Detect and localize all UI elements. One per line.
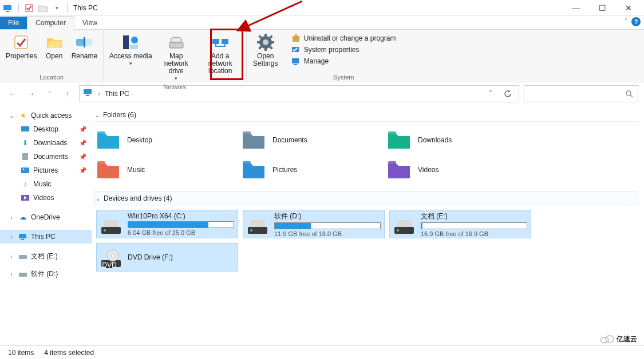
uninstall-program-button[interactable]: Uninstall or change a program bbox=[288, 33, 400, 43]
star-icon: ★ bbox=[18, 111, 27, 120]
map-drive-button[interactable]: Map network drive▾ bbox=[156, 32, 197, 83]
tab-file[interactable]: File bbox=[0, 17, 27, 29]
ribbon-group-location: Properties Open Rename Location bbox=[0, 30, 104, 82]
forward-button[interactable]: → bbox=[24, 87, 38, 101]
tab-computer[interactable]: Computer bbox=[27, 16, 74, 30]
svg-line-33 bbox=[630, 95, 633, 97]
rename-icon bbox=[75, 33, 93, 51]
qat-dropdown-icon[interactable]: ▾ bbox=[51, 2, 62, 14]
folder-tile[interactable]: Music bbox=[96, 156, 228, 184]
sidebar-videos[interactable]: Videos bbox=[0, 191, 92, 205]
this-pc-icon bbox=[83, 89, 93, 99]
watermark: 亿速云 bbox=[599, 334, 637, 344]
rename-button[interactable]: Rename bbox=[69, 32, 100, 61]
drive-label: DVD Drive (F:) bbox=[128, 253, 234, 261]
address-dropdown-icon[interactable]: ˅ bbox=[485, 90, 496, 98]
folder-tile[interactable]: Desktop bbox=[96, 126, 228, 154]
folder-icon bbox=[96, 159, 120, 181]
add-network-location-button[interactable]: Add a network location bbox=[198, 32, 243, 83]
refresh-button[interactable] bbox=[500, 90, 515, 98]
folder-tile[interactable]: Videos bbox=[387, 156, 519, 184]
pin-icon: 📌 bbox=[79, 167, 87, 174]
ribbon-open-settings: Open Settings bbox=[247, 30, 285, 82]
qat-properties-icon[interactable] bbox=[23, 2, 35, 14]
pin-icon: 📌 bbox=[79, 126, 87, 133]
ribbon-group-system: Uninstall or change a program System pro… bbox=[285, 30, 403, 82]
sidebar-pictures[interactable]: Pictures📌 bbox=[0, 163, 92, 177]
svg-text:DVD: DVD bbox=[102, 261, 117, 268]
minimize-button[interactable]: — bbox=[563, 0, 589, 16]
properties-icon bbox=[12, 33, 30, 51]
sidebar-downloads[interactable]: ⬇Downloads📌 bbox=[0, 136, 92, 150]
title-bar: ▾ This PC — ☐ ✕ bbox=[0, 0, 644, 16]
group-label-location: Location bbox=[39, 74, 64, 82]
address-bar[interactable]: › This PC ˅ bbox=[79, 85, 519, 102]
folder-tile[interactable]: Pictures bbox=[242, 156, 373, 184]
drive-icon bbox=[18, 252, 27, 261]
maximize-button[interactable]: ☐ bbox=[589, 0, 615, 16]
system-properties-button[interactable]: System properties bbox=[288, 45, 400, 55]
manage-button[interactable]: Manage bbox=[288, 56, 400, 66]
chevron-right-icon: › bbox=[8, 214, 15, 221]
drives-grid: Win10Pro X64 (C:)6.04 GB free of 25.0 GB… bbox=[94, 205, 638, 276]
desktop-icon bbox=[21, 125, 30, 134]
up-button[interactable]: ↑ bbox=[61, 87, 74, 101]
folders-section-header[interactable]: ⌄ Folders (6) bbox=[94, 109, 638, 122]
recent-locations-button[interactable]: ˅ bbox=[42, 87, 56, 101]
folder-tile[interactable]: Documents bbox=[242, 126, 373, 154]
chevron-right-icon: › bbox=[8, 253, 15, 260]
svg-rect-7 bbox=[123, 35, 129, 49]
sidebar-music[interactable]: ♪Music bbox=[0, 177, 92, 191]
system-properties-icon bbox=[291, 45, 301, 54]
media-server-icon bbox=[121, 33, 140, 51]
address-separator: › bbox=[98, 90, 100, 98]
close-button[interactable]: ✕ bbox=[615, 0, 642, 16]
sidebar-documents[interactable]: Documents📌 bbox=[0, 150, 92, 163]
sidebar-onedrive[interactable]: ›☁OneDrive bbox=[0, 210, 92, 224]
folder-icon bbox=[96, 129, 120, 151]
folder-label: Downloads bbox=[418, 136, 452, 144]
qat-folder-icon[interactable] bbox=[37, 2, 49, 14]
quick-access-toolbar: ▾ bbox=[2, 2, 70, 14]
open-settings-button[interactable]: Open Settings bbox=[250, 32, 281, 69]
svg-rect-40 bbox=[21, 239, 24, 240]
back-button[interactable]: ← bbox=[6, 87, 19, 101]
drive-tile[interactable]: Win10Pro X64 (C:)6.04 GB free of 25.0 GB bbox=[96, 210, 238, 238]
svg-rect-25 bbox=[295, 34, 297, 37]
folder-icon bbox=[242, 129, 266, 151]
svg-rect-48 bbox=[388, 161, 396, 165]
access-media-button[interactable]: Access media▾ bbox=[107, 32, 155, 83]
tab-view[interactable]: View bbox=[74, 17, 105, 29]
separator bbox=[18, 3, 19, 13]
folder-label: Desktop bbox=[127, 136, 152, 144]
address-segment[interactable]: This PC bbox=[105, 90, 129, 98]
sidebar-desktop[interactable]: Desktop📌 bbox=[0, 122, 92, 136]
hard-drive-icon bbox=[100, 213, 122, 235]
svg-rect-44 bbox=[243, 131, 251, 135]
help-icon[interactable]: ? bbox=[631, 17, 641, 26]
documents-icon bbox=[21, 152, 30, 161]
pin-icon: 📌 bbox=[79, 139, 87, 147]
collapse-ribbon-icon[interactable]: ˄ bbox=[625, 18, 628, 26]
navigation-pane: ⌄ ★ Quick access Desktop📌 ⬇Downloads📌 Do… bbox=[0, 105, 92, 345]
search-input[interactable] bbox=[524, 85, 638, 102]
sidebar-drive-d[interactable]: ›软件 (D:) bbox=[0, 267, 92, 281]
sidebar-this-pc[interactable]: ›This PC bbox=[0, 230, 92, 244]
open-button[interactable]: Open bbox=[41, 32, 68, 61]
properties-button[interactable]: Properties bbox=[3, 32, 39, 61]
app-icon bbox=[2, 2, 14, 14]
drive-tile[interactable]: DVDDVD Drive (F:) bbox=[96, 243, 238, 272]
sidebar-quick-access[interactable]: ⌄ ★ Quick access bbox=[0, 109, 92, 122]
sidebar-drive-e[interactable]: ›文档 (E:) bbox=[0, 249, 92, 264]
folder-tile[interactable]: Downloads bbox=[387, 126, 519, 154]
drive-tile[interactable]: 文档 (E:)16.9 GB free of 16.9 GB bbox=[389, 210, 531, 238]
map-drive-icon bbox=[167, 33, 185, 51]
svg-rect-46 bbox=[97, 161, 105, 165]
drives-section-header[interactable]: ⌄ Devices and drives (4) bbox=[94, 192, 638, 205]
drive-tile[interactable]: 软件 (D:)11.9 GB free of 18.0 GB bbox=[243, 210, 385, 238]
drive-free-text: 16.9 GB free of 16.9 GB bbox=[421, 230, 527, 237]
svg-rect-54 bbox=[250, 220, 265, 227]
main-area: ⌄ ★ Quick access Desktop📌 ⬇Downloads📌 Do… bbox=[0, 105, 644, 345]
svg-rect-31 bbox=[86, 95, 89, 96]
svg-point-53 bbox=[250, 229, 252, 232]
